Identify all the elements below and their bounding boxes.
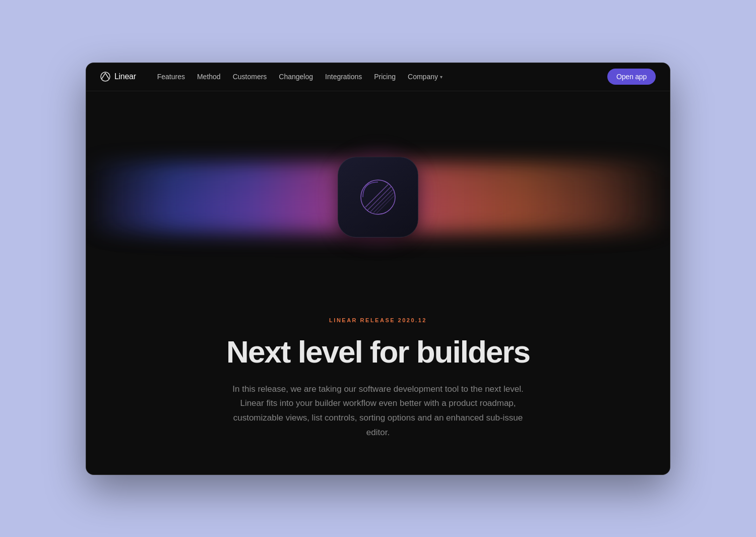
release-label: LINEAR RELEASE 2020.12 xyxy=(222,317,534,323)
hero-description: In this release, we are taking our softw… xyxy=(222,382,534,441)
open-app-button[interactable]: Open app xyxy=(607,69,656,85)
nav-link-method[interactable]: Method xyxy=(192,70,226,84)
app-icon xyxy=(338,157,418,237)
hero-section: LINEAR RELEASE 2020.12 Next level for bu… xyxy=(86,91,670,474)
nav-left: Linear Features Method Customers Changel… xyxy=(100,70,448,84)
nav-link-features[interactable]: Features xyxy=(152,70,190,84)
linear-logo-icon xyxy=(100,72,110,82)
nav-link-company[interactable]: Company ▾ xyxy=(403,70,448,84)
nav-link-customers[interactable]: Customers xyxy=(228,70,272,84)
logo-link[interactable]: Linear xyxy=(100,72,136,82)
nav-links: Features Method Customers Changelog Inte… xyxy=(152,70,448,84)
nav-link-changelog[interactable]: Changelog xyxy=(274,70,318,84)
svg-line-2 xyxy=(365,185,388,207)
app-icon-wrapper xyxy=(338,157,418,237)
linear-app-icon-graphic xyxy=(355,174,401,220)
hero-title: Next level for builders xyxy=(222,335,534,368)
browser-window: Linear Features Method Customers Changel… xyxy=(86,63,670,475)
beam-container xyxy=(86,101,670,293)
navbar: Linear Features Method Customers Changel… xyxy=(86,63,670,91)
nav-link-pricing[interactable]: Pricing xyxy=(369,70,401,84)
svg-point-1 xyxy=(361,180,395,214)
logo-text: Linear xyxy=(114,72,136,81)
hero-text-block: LINEAR RELEASE 2020.12 Next level for bu… xyxy=(181,317,575,441)
nav-link-integrations[interactable]: Integrations xyxy=(320,70,367,84)
company-chevron-icon: ▾ xyxy=(440,74,443,80)
